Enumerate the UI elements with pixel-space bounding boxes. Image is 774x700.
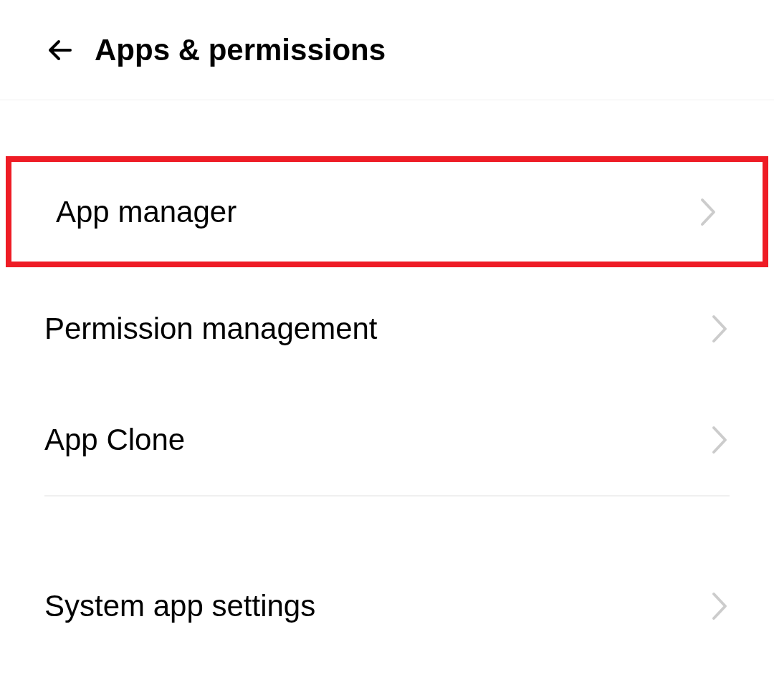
list-item-system-app-settings[interactable]: System app settings <box>0 550 774 661</box>
back-button[interactable] <box>43 33 77 67</box>
spacer <box>0 100 774 156</box>
list-item-label: System app settings <box>44 589 315 623</box>
group-spacer <box>0 497 774 550</box>
settings-list: App manager Permission management App Cl… <box>0 156 774 661</box>
chevron-right-icon <box>710 430 730 450</box>
chevron-right-icon <box>710 596 730 616</box>
list-item-label: App Clone <box>44 423 185 457</box>
list-item-app-manager[interactable]: App manager <box>6 156 768 267</box>
list-item-label: App manager <box>56 195 236 229</box>
header: Apps & permissions <box>0 0 774 100</box>
list-item-permission-management[interactable]: Permission management <box>0 273 774 384</box>
list-item-app-clone[interactable]: App Clone <box>0 384 774 495</box>
arrow-left-icon <box>43 33 77 67</box>
chevron-right-icon <box>710 319 730 339</box>
list-item-label: Permission management <box>44 312 378 346</box>
page-title: Apps & permissions <box>95 33 386 67</box>
chevron-right-icon <box>698 202 718 222</box>
